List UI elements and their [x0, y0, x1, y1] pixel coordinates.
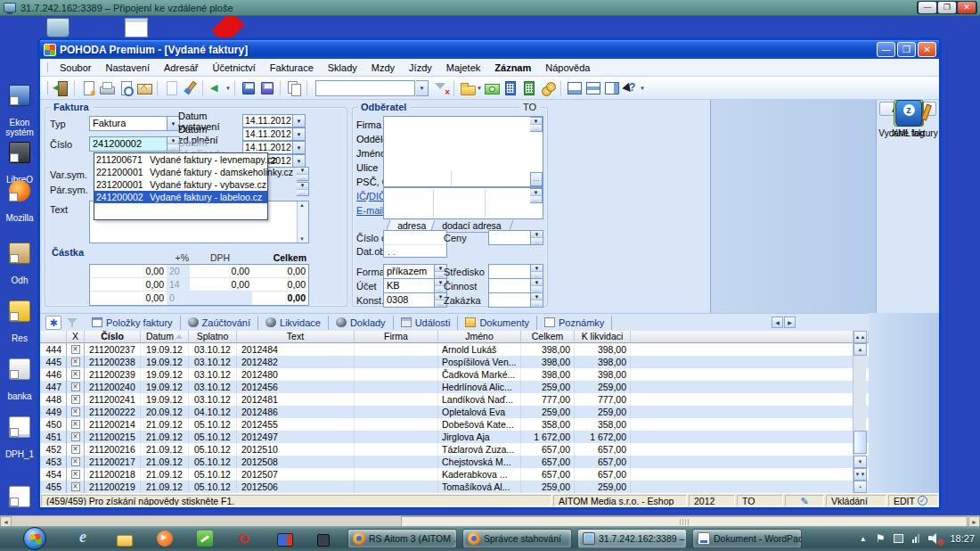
scroll-down-button[interactable]: ▼: [853, 456, 867, 468]
date-input[interactable]: 14.11.2012: [242, 114, 293, 127]
help-pointer-icon[interactable]: [622, 79, 640, 97]
email-link[interactable]: E-mail: [356, 205, 384, 216]
new-record-icon[interactable]: [79, 79, 97, 97]
menu-item[interactable]: Sklady: [321, 61, 364, 75]
menu-item[interactable]: Nastavení: [98, 61, 157, 75]
print-preview-icon[interactable]: [117, 79, 135, 97]
dropdown-item[interactable]: 211200671 Vydané faktury - levnemapy.cz: [94, 153, 267, 166]
separator[interactable]: [306, 80, 309, 96]
open-folder-icon[interactable]: [459, 79, 477, 97]
table-row[interactable]: 446 211200239 19.09.12 03.10.12 2012480 …: [40, 368, 869, 381]
save-next-icon[interactable]: [258, 79, 276, 97]
internet-explorer-icon[interactable]: [77, 530, 93, 547]
row-checkbox[interactable]: [67, 468, 85, 481]
title-bar[interactable]: POHODA Premium - [Vydané faktury]: [40, 40, 939, 59]
row-checkbox[interactable]: [67, 343, 85, 356]
col-celkem[interactable]: Celkem: [521, 331, 575, 343]
scroll-thumb[interactable]: [853, 431, 867, 454]
rdp-minimize-button[interactable]: —: [919, 2, 936, 13]
typ-combobox[interactable]: Faktura ▼: [89, 116, 180, 131]
network-signal-icon[interactable]: [912, 534, 919, 543]
desktop-horizontal-scrollbar[interactable]: ◄ ►: [0, 515, 980, 526]
separator[interactable]: [234, 80, 237, 96]
coins-icon[interactable]: [539, 79, 557, 97]
start-button[interactable]: [23, 527, 46, 550]
table-row[interactable]: 444 211200237 19.09.12 03.10.12 2012484 …: [40, 343, 869, 356]
row-checkbox[interactable]: [67, 381, 85, 393]
psc-browse-button[interactable]: …: [530, 172, 543, 186]
stredisko-dropdown-button[interactable]: ▼…: [531, 264, 543, 279]
blank-page-icon[interactable]: [162, 79, 180, 97]
agenda-xml-log[interactable]: XML log: [877, 100, 940, 138]
scroll-extra-button[interactable]: ▪: [853, 481, 867, 493]
opera-icon[interactable]: [237, 530, 253, 547]
app-icon[interactable]: [317, 534, 330, 547]
castka-zaklad[interactable]: 0,00: [90, 265, 167, 277]
col-k-likvidaci[interactable]: K likvidaci: [575, 331, 631, 343]
menu-item[interactable]: Majetek: [439, 61, 488, 75]
date-dropdown-button[interactable]: ▼: [293, 141, 306, 154]
volume-muted-icon[interactable]: [928, 533, 941, 544]
menu-item[interactable]: Adresář: [157, 61, 206, 75]
cinnost-dropdown-button[interactable]: ▼…: [531, 278, 543, 293]
ceny-combobox[interactable]: ▼…: [488, 230, 543, 245]
col-datum[interactable]: Datum: [141, 331, 189, 343]
mail-icon[interactable]: [135, 79, 153, 97]
action-center-flag-icon[interactable]: ⚑: [876, 532, 886, 545]
scroll-to-bottom-button[interactable]: ▼▼: [853, 468, 867, 481]
desktop-icon-banka[interactable]: banka: [0, 349, 39, 411]
menu-item[interactable]: Nápověda: [538, 61, 597, 75]
row-checkbox[interactable]: [67, 393, 85, 406]
table-row[interactable]: 450 211200214 21.09.12 05.10.12 2012455 …: [40, 418, 869, 431]
col-text[interactable]: Text: [237, 331, 355, 343]
minimize-button[interactable]: —: [877, 42, 895, 57]
search-dropdown-button[interactable]: ▼: [416, 80, 429, 96]
desktop-icon-res[interactable]: Res: [0, 291, 39, 353]
calculator-icon[interactable]: [502, 79, 519, 97]
taskbar-button[interactable]: 31.7.242.162:3389 – P...: [577, 529, 687, 548]
zakazka-combobox[interactable]: ▼…: [488, 292, 543, 308]
green-app-icon[interactable]: [197, 530, 213, 547]
record-tab[interactable]: Události: [394, 316, 459, 330]
rdp-restore-button[interactable]: ❐: [938, 2, 956, 13]
row-checkbox[interactable]: [67, 456, 85, 468]
scroll-up-button[interactable]: ▲: [853, 343, 867, 356]
table-row[interactable]: 452 211200216 21.09.12 05.10.12 2012510 …: [40, 443, 869, 456]
date-dropdown-button[interactable]: ▼: [293, 114, 306, 127]
date-input[interactable]: 14.11.2012: [242, 127, 293, 141]
address-box[interactable]: ▼… …: [383, 116, 543, 187]
table-row[interactable]: 455 211200219 21.09.12 05.10.12 2012506 …: [40, 481, 869, 493]
rdp-close-button[interactable]: ✕: [958, 2, 976, 13]
ucet-combobox[interactable]: KB ▼…: [383, 278, 447, 293]
dat-obj-value[interactable]: . .: [384, 244, 446, 258]
taskbar-button[interactable]: Dokument - WordPad: [692, 529, 802, 548]
table-row[interactable]: 449 211200222 20.09.12 04.10.12 2012486 …: [40, 406, 869, 418]
date-dropdown-button[interactable]: ▼: [293, 127, 306, 141]
date-dropdown-button[interactable]: ▼: [293, 154, 306, 168]
desktop-icon-mozilla[interactable]: Mozilla: [0, 170, 39, 233]
floppy-app-icon[interactable]: [277, 533, 293, 547]
recycle-bin-icon[interactable]: [46, 18, 69, 37]
row-checkbox[interactable]: [67, 431, 85, 443]
ic-dic-box[interactable]: ▼…: [383, 187, 543, 219]
tray-expand-icon[interactable]: ▲: [860, 535, 867, 543]
stredisko-combobox[interactable]: ▼…: [488, 264, 543, 279]
ic-link[interactable]: IČ: [356, 191, 366, 201]
col-firma[interactable]: Firma: [355, 331, 438, 343]
table-row[interactable]: 447 211200240 19.09.12 03.10.12 2012456 …: [40, 381, 869, 393]
castka-zaklad[interactable]: 0,00: [90, 278, 167, 291]
table-row[interactable]: 451 211200215 21.09.12 05.10.12 2012497 …: [40, 431, 869, 443]
row-checkbox[interactable]: [67, 481, 85, 493]
separator[interactable]: [560, 80, 563, 96]
filter-funnel-icon[interactable]: [65, 316, 79, 330]
castka-dph[interactable]: 0,00: [190, 278, 252, 291]
panel-right-icon[interactable]: [603, 79, 621, 97]
record-tab[interactable]: Poznámky: [537, 316, 612, 330]
castka-dph[interactable]: [190, 292, 252, 305]
dropdown-item[interactable]: 221200001 Vydané faktury - damskeholinky…: [94, 166, 267, 178]
separator[interactable]: [280, 80, 282, 96]
menu-item[interactable]: Fakturace: [263, 61, 321, 75]
separator[interactable]: [157, 80, 159, 96]
ceny-dropdown-button[interactable]: ▼…: [531, 230, 543, 245]
desktop-icon-document[interactable]: [0, 476, 39, 515]
